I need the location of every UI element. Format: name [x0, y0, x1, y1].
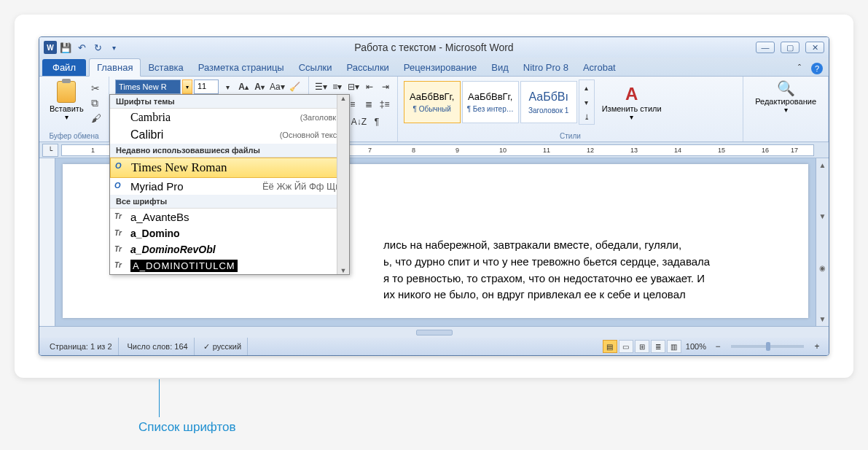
editing-button[interactable]: 🔍 Редактирование ▾ [749, 79, 822, 114]
vertical-scrollbar[interactable]: ▲ ▼ ◉ ▼ [816, 158, 829, 326]
truetype-badge-icon: Tr [114, 212, 122, 220]
window-title: Работа с текстом - Microsoft Word [354, 42, 513, 53]
status-word-count[interactable]: Число слов: 164 [122, 338, 195, 355]
app-window: W 💾 ↶ ↻ ▾ Работа с текстом - Microsoft W… [39, 36, 829, 356]
bullets-icon[interactable]: ☰▾ [313, 79, 329, 94]
font-list-dropdown: Шрифты темы Cambria (Заголовки) Calibri … [109, 94, 350, 275]
tab-review[interactable]: Рецензирование [396, 59, 484, 76]
dd-header-recent: Недавно использовавшиеся файлы [110, 144, 349, 158]
shrink-font-icon[interactable]: A▾ [252, 79, 267, 94]
style-no-spacing[interactable]: АаБбВвГг, ¶ Без интер… [462, 81, 519, 123]
word-app-icon[interactable]: W [44, 41, 57, 54]
sort-icon[interactable]: A↓Z [350, 115, 368, 129]
tab-view[interactable]: Вид [484, 59, 516, 76]
zoom-out-icon[interactable]: − [711, 339, 725, 354]
justify-icon[interactable]: ≣ [361, 97, 376, 112]
font-option-times-new-roman[interactable]: O Times New Roman [110, 158, 349, 178]
font-option-myriad-pro[interactable]: O Myriad Pro Ёё Жж Йй Фф Щщ [110, 178, 349, 195]
line-spacing-icon[interactable]: ‡≡ [378, 97, 392, 112]
prev-page-icon[interactable]: ◉ [819, 264, 826, 272]
vertical-ruler[interactable] [39, 158, 55, 326]
font-name-dropdown-button[interactable]: ▾ [182, 79, 192, 94]
save-icon[interactable]: 💾 [58, 40, 73, 55]
scroll-down-icon[interactable]: ▼ [340, 267, 347, 274]
spellcheck-icon: ✓ [203, 342, 210, 352]
font-option-avantebs[interactable]: Tr a_AvanteBs [110, 209, 349, 225]
qat-customize-icon[interactable]: ▾ [106, 40, 121, 55]
truetype-badge-icon: Tr [114, 261, 122, 269]
doc-text: я то ревностью, то страхом, что он недос… [383, 272, 705, 284]
copy-icon[interactable]: ⧉ [91, 97, 101, 109]
horizontal-scrollbar[interactable] [39, 326, 829, 338]
view-fullscreen-icon[interactable]: ▭ [619, 340, 633, 353]
undo-icon[interactable]: ↶ [74, 40, 89, 55]
change-styles-button[interactable]: A Изменить стили ▾ [596, 84, 668, 121]
change-case-icon[interactable]: Aa▾ [268, 79, 286, 94]
group-font: Times New R ▾ 11 ▾ A▴ A▾ Aa▾ 🧹 Шрифты те… [109, 77, 309, 141]
zoom-level[interactable]: 100% [686, 342, 706, 351]
increase-indent-icon[interactable]: ⇥ [378, 79, 393, 94]
view-outline-icon[interactable]: ≣ [651, 340, 665, 353]
ribbon-tabs: Файл Главная Вставка Разметка страницы С… [39, 58, 829, 77]
truetype-badge-icon: Tr [114, 229, 122, 237]
font-option-cambria[interactable]: Cambria (Заголовки) [110, 109, 349, 126]
grow-font-icon[interactable]: A▴ [236, 79, 251, 94]
style-normal[interactable]: АаБбВвГг, ¶ Обычный [404, 81, 461, 123]
ribbon: Вставить ▾ ✂ ⧉ 🖌 Буфер обмена Times New … [39, 77, 829, 142]
redo-icon[interactable]: ↻ [90, 40, 105, 55]
annotation-callout: Список шрифтов [138, 379, 236, 435]
paste-button[interactable]: Вставить ▾ [45, 79, 88, 127]
zoom-in-icon[interactable]: + [810, 339, 824, 354]
minimize-ribbon-icon[interactable]: ˆ [792, 61, 807, 76]
scroll-up-icon[interactable]: ▲ [340, 95, 347, 102]
tab-file[interactable]: Файл [42, 59, 86, 76]
decrease-indent-icon[interactable]: ⇤ [362, 79, 377, 94]
view-draft-icon[interactable]: ▥ [667, 340, 681, 353]
status-language[interactable]: ✓ русский [198, 338, 248, 355]
maximize-button[interactable]: ▢ [781, 42, 799, 53]
scroll-down-icon[interactable]: ▼ [819, 212, 826, 220]
find-icon: 🔍 [777, 79, 795, 97]
doc-text: их никого не было, он вдруг привлекал ее… [383, 288, 686, 300]
group-editing: 🔍 Редактирование ▾ [743, 77, 829, 141]
zoom-slider[interactable] [731, 345, 804, 348]
font-size-dropdown-button[interactable]: ▾ [220, 79, 235, 94]
view-web-icon[interactable]: ⊞ [635, 340, 649, 353]
help-icon[interactable]: ? [811, 63, 823, 74]
tab-home[interactable]: Главная [89, 58, 141, 77]
minimize-button[interactable]: — [756, 42, 775, 53]
tab-references[interactable]: Ссылки [292, 59, 340, 76]
truetype-badge-icon: Tr [114, 245, 122, 253]
font-option-calibri[interactable]: Calibri (Основной текст) [110, 126, 349, 144]
multilevel-icon[interactable]: ⊟▾ [346, 79, 361, 94]
styles-scroll-down-icon[interactable]: ▾ [579, 95, 594, 109]
format-painter-icon[interactable]: 🖌 [91, 112, 101, 124]
close-button[interactable]: ✕ [805, 42, 824, 53]
clear-formatting-icon[interactable]: 🧹 [288, 79, 302, 94]
opentype-badge-icon: O [114, 181, 121, 190]
change-styles-icon: A [625, 84, 638, 104]
status-page[interactable]: Страница: 1 из 2 [44, 338, 119, 355]
numbering-icon[interactable]: ≡▾ [330, 79, 345, 94]
style-heading1[interactable]: АаБбВı Заголовок 1 [520, 81, 577, 123]
show-marks-icon[interactable]: ¶ [370, 115, 384, 129]
font-option-dominorevobl[interactable]: Tr a_DominoRevObl [110, 241, 349, 257]
tab-selector[interactable]: └ [42, 144, 58, 157]
doc-text: ь, что дурно спит и что у нее тревожно б… [383, 255, 710, 268]
tab-nitro[interactable]: Nitro Pro 8 [516, 59, 576, 76]
tab-acrobat[interactable]: Acrobat [576, 59, 623, 76]
next-page-icon[interactable]: ▼ [819, 315, 826, 323]
font-size-input[interactable]: 11 [194, 79, 219, 94]
font-option-domino[interactable]: Tr a_Domino [110, 225, 349, 241]
tab-layout[interactable]: Разметка страницы [191, 59, 292, 76]
scroll-up-icon[interactable]: ▲ [819, 161, 826, 169]
styles-scroll-up-icon[interactable]: ▴ [579, 80, 594, 95]
view-print-layout-icon[interactable]: ▤ [603, 340, 617, 353]
font-option-dominotitulcm[interactable]: Tr A_DOMINOTITULCM [110, 257, 349, 274]
cut-icon[interactable]: ✂ [91, 82, 101, 94]
tab-insert[interactable]: Вставка [141, 59, 190, 76]
font-name-input[interactable]: Times New R [115, 79, 181, 94]
styles-more-icon[interactable]: ⤓ [579, 109, 594, 124]
dropdown-scrollbar[interactable]: ▲ ▼ [337, 95, 349, 274]
tab-mailings[interactable]: Рассылки [340, 59, 396, 76]
